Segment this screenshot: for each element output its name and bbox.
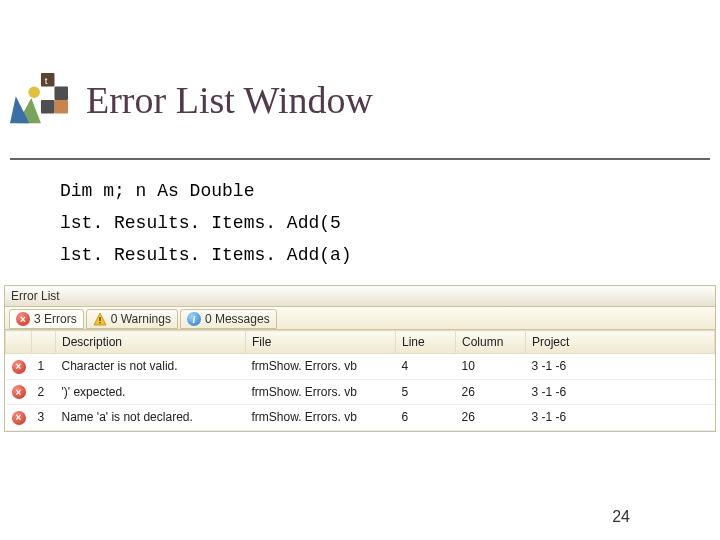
error-table: Description File Line Column Project × 1… [5,330,715,431]
row-line: 4 [396,354,456,380]
col-line[interactable]: Line [396,331,456,354]
svg-rect-6 [99,317,100,321]
svg-rect-4 [41,100,55,114]
code-line: Dim m; n As Double [60,175,352,207]
svg-rect-3 [54,100,68,114]
row-file: frmShow. Errors. vb [246,354,396,380]
error-list-tabbar: × 3 Errors 0 Warnings i 0 Messages [4,307,716,330]
info-icon: i [187,312,201,326]
table-row[interactable]: × 1 Character is not valid. frmShow. Err… [6,354,715,380]
svg-rect-2 [54,86,68,100]
code-block: Dim m; n As Double lst. Results. Items. … [60,175,352,271]
svg-text:t: t [45,75,48,86]
error-icon: × [12,360,26,374]
tab-warnings[interactable]: 0 Warnings [86,309,178,329]
table-header-row: Description File Line Column Project [6,331,715,354]
svg-point-5 [28,86,40,98]
code-line: lst. Results. Items. Add(a) [60,239,352,271]
row-col: 26 [456,405,526,431]
table-row[interactable]: × 2 ')' expected. frmShow. Errors. vb 5 … [6,379,715,405]
title-divider [10,158,710,160]
table-row[interactable]: × 3 Name 'a' is not declared. frmShow. E… [6,405,715,431]
slide-number: 24 [612,508,630,526]
row-num: 3 [32,405,56,431]
tab-messages-label: 0 Messages [205,312,270,326]
svg-rect-0 [41,73,55,87]
row-desc: Character is not valid. [56,354,246,380]
row-num: 1 [32,354,56,380]
error-icon: × [12,411,26,425]
row-desc: Name 'a' is not declared. [56,405,246,431]
row-col: 10 [456,354,526,380]
row-proj: 3 -1 -6 [526,379,715,405]
page-title: Error List Window [86,78,373,122]
slide-logo: t [10,72,68,128]
code-line: lst. Results. Items. Add(5 [60,207,352,239]
col-column[interactable]: Column [456,331,526,354]
col-project[interactable]: Project [526,331,715,354]
tab-messages[interactable]: i 0 Messages [180,309,277,329]
col-file[interactable]: File [246,331,396,354]
row-file: frmShow. Errors. vb [246,379,396,405]
tab-errors-label: 3 Errors [34,312,77,326]
error-icon: × [12,385,26,399]
row-line: 6 [396,405,456,431]
row-file: frmShow. Errors. vb [246,405,396,431]
error-icon: × [16,312,30,326]
tab-errors[interactable]: × 3 Errors [9,309,84,329]
row-proj: 3 -1 -6 [526,354,715,380]
warning-icon [93,312,107,326]
row-desc: ')' expected. [56,379,246,405]
col-num[interactable] [32,331,56,354]
error-list-panel: Error List × 3 Errors 0 Warnings i 0 Mes… [4,285,716,432]
row-num: 2 [32,379,56,405]
panel-title: Error List [4,285,716,307]
col-description[interactable]: Description [56,331,246,354]
col-icon[interactable] [6,331,32,354]
svg-rect-7 [99,322,100,323]
row-proj: 3 -1 -6 [526,405,715,431]
tab-warnings-label: 0 Warnings [111,312,171,326]
row-col: 26 [456,379,526,405]
row-line: 5 [396,379,456,405]
